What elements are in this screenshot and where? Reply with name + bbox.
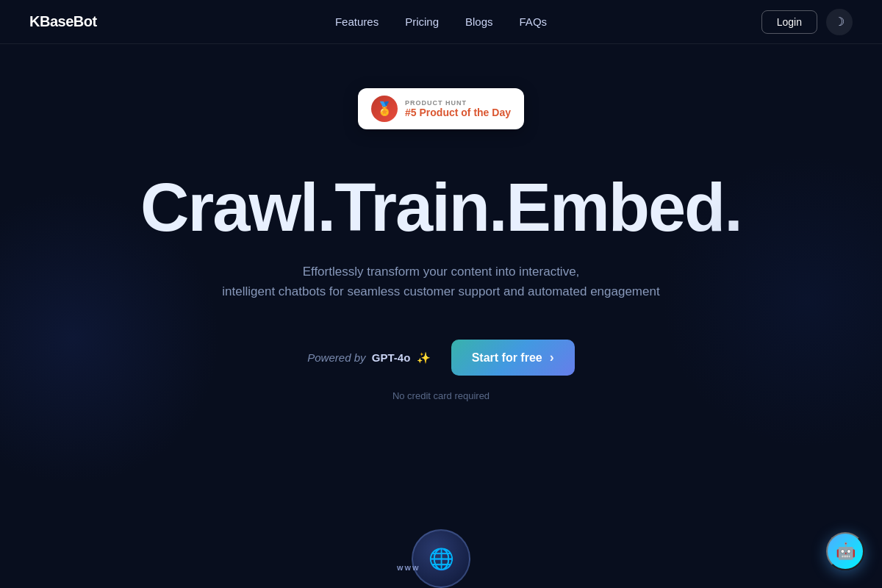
ph-medal-icon: 🏅 xyxy=(371,96,398,122)
chat-fab-button[interactable]: 🤖 xyxy=(826,532,864,570)
globe-icon: 🌐 xyxy=(412,529,470,588)
hero-section: 🏅 PRODUCT HUNT #5 Product of the Day Cra… xyxy=(0,44,882,431)
start-for-free-button[interactable]: Start for free › xyxy=(451,340,575,376)
bottom-illustration: 🌐 WWW xyxy=(0,500,882,588)
ph-label: PRODUCT HUNT xyxy=(405,99,511,107)
chat-fab-icon: 🤖 xyxy=(836,542,856,561)
hero-subtext-line1: Effortlessly transform your content into… xyxy=(303,265,580,279)
start-btn-label: Start for free xyxy=(472,351,542,365)
ph-text-block: PRODUCT HUNT #5 Product of the Day xyxy=(405,99,511,118)
logo[interactable]: KBaseBot xyxy=(29,13,97,30)
ph-title: #5 Product of the Day xyxy=(405,107,511,118)
hero-subtext-line2: intelligent chatbots for seamless custom… xyxy=(222,284,659,298)
product-hunt-badge[interactable]: 🏅 PRODUCT HUNT #5 Product of the Day xyxy=(358,88,524,129)
powered-by-prefix: Powered by xyxy=(307,351,365,364)
start-btn-arrow: › xyxy=(550,350,554,365)
globe-label: WWW xyxy=(397,564,420,572)
nav-link-pricing[interactable]: Pricing xyxy=(405,15,439,28)
powered-by: Powered by GPT-4o ✨ xyxy=(307,351,430,365)
theme-toggle-button[interactable]: ☽ xyxy=(826,9,853,35)
navbar: KBaseBot Features Pricing Blogs FAQs Log… xyxy=(0,0,882,44)
sparkle-icon: ✨ xyxy=(417,351,431,364)
login-button[interactable]: Login xyxy=(761,10,817,34)
globe-container: 🌐 WWW xyxy=(397,529,485,588)
nav-actions: Login ☽ xyxy=(761,9,853,35)
powered-by-model: GPT-4o xyxy=(372,351,411,364)
nav-links: Features Pricing Blogs FAQs xyxy=(335,15,547,28)
nav-link-blogs[interactable]: Blogs xyxy=(465,15,493,28)
hero-subtext: Effortlessly transform your content into… xyxy=(222,262,659,301)
hero-headline: Crawl.Train.Embed. xyxy=(140,173,742,241)
nav-link-features[interactable]: Features xyxy=(335,15,379,28)
cta-row: Powered by GPT-4o ✨ Start for free › xyxy=(307,340,574,376)
no-credit-card-text: No credit card required xyxy=(392,390,490,401)
nav-link-faqs[interactable]: FAQs xyxy=(520,15,548,28)
